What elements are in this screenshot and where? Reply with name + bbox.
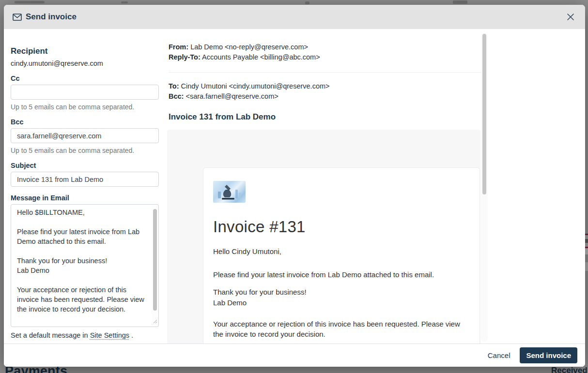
send-invoice-button[interactable]: Send invoice <box>520 347 577 363</box>
close-icon[interactable] <box>565 11 576 23</box>
backdrop-text-smudge <box>305 1 309 4</box>
email-body-line: Lab Demo <box>213 298 465 308</box>
cc-input[interactable] <box>11 85 159 100</box>
send-invoice-modal: Send invoice Recipient cindy.umutoni@qre… <box>4 5 585 367</box>
invoice-email-form: Recipient cindy.umutoni@qreserve.com Cc … <box>11 29 159 353</box>
modal-scrollbar[interactable] <box>481 33 488 342</box>
backdrop-table-row <box>585 248 588 254</box>
cc-label: Cc <box>11 75 159 82</box>
recipient-heading: Recipient <box>11 46 159 56</box>
from-value: Lab Demo <no-reply@qreserve.com> <box>190 43 308 51</box>
default-message-line: Set a default message in Site Settings . <box>11 331 159 339</box>
envelope-icon <box>13 14 22 21</box>
backdrop-received-label: Received <box>551 366 588 373</box>
preview-replyto-line: Reply-To: Accounts Payable <billing@abc.… <box>169 52 482 62</box>
modal-scrollbar-thumb[interactable] <box>482 34 486 194</box>
email-preview-box: Invoice #131 Hello Cindy Umutoni, Please… <box>167 130 480 344</box>
email-body-line: Please find your latest invoice from Lab… <box>213 269 465 280</box>
textarea-scrollbar-thumb[interactable] <box>153 209 157 311</box>
backdrop-text-smudge <box>453 0 467 4</box>
from-label: From: <box>169 43 188 51</box>
email-card: Invoice #131 Hello Cindy Umutoni, Please… <box>203 167 480 344</box>
bcc-preview-label: Bcc: <box>169 92 184 100</box>
preview-to-line: To: Cindy Umutoni <cindy.umutoni@qreserv… <box>169 81 482 91</box>
microscope-image <box>213 181 246 203</box>
bcc-label: Bcc <box>11 118 159 126</box>
cancel-button[interactable]: Cancel <box>488 351 511 359</box>
modal-title: Send invoice <box>13 12 77 22</box>
preview-subject-heading: Invoice 131 from Lab Demo <box>169 112 482 122</box>
backdrop-text-smudge <box>15 1 45 3</box>
replyto-label: Reply-To: <box>169 53 201 61</box>
to-label: To: <box>169 82 179 90</box>
message-textarea[interactable]: Hello $BILLTONAME, Please find your late… <box>11 204 159 327</box>
replyto-value: Accounts Payable <billing@abc.com> <box>202 53 320 61</box>
to-value: Cindy Umutoni <cindy.umutoni@qreserve.co… <box>181 82 330 90</box>
message-textarea-wrap: Hello $BILLTONAME, Please find your late… <box>11 204 159 327</box>
backdrop-table-row <box>585 235 588 247</box>
email-preview-panel: From: Lab Demo <no-reply@qreserve.com> R… <box>169 29 482 344</box>
preview-bcc-line: Bcc: <sara.farnell@qreserve.com> <box>169 91 482 102</box>
bcc-help-text: Up to 5 emails can be comma separated. <box>11 147 159 154</box>
cc-help-text: Up to 5 emails can be comma separated. <box>11 103 159 111</box>
default-message-prefix: Set a default message in <box>11 331 90 339</box>
resize-handle-icon[interactable] <box>153 317 157 326</box>
backdrop-table-row <box>585 262 588 271</box>
preview-from-block: From: Lab Demo <no-reply@qreserve.com> R… <box>169 42 482 62</box>
site-settings-link[interactable]: Site Settings <box>90 331 129 339</box>
modal-body: Recipient cindy.umutoni@qreserve.com Cc … <box>4 29 585 343</box>
preview-from-line: From: Lab Demo <no-reply@qreserve.com> <box>169 42 482 52</box>
email-greeting: Hello Cindy Umutoni, <box>213 246 465 256</box>
preview-to-block: To: Cindy Umutoni <cindy.umutoni@qreserv… <box>169 81 482 102</box>
email-invoice-heading: Invoice #131 <box>213 218 470 236</box>
email-body-line: Thank you for your business! <box>213 287 465 297</box>
bcc-preview-value: <sara.farnell@qreserve.com> <box>186 92 278 100</box>
subject-label: Subject <box>11 162 159 169</box>
backdrop-text-smudge <box>121 1 128 3</box>
message-label: Message in Email <box>11 194 159 202</box>
recipient-email: cindy.umutoni@qreserve.com <box>11 60 159 67</box>
modal-footer: Cancel Send invoice <box>4 343 585 367</box>
email-body-line: Your acceptance or rejection of this inv… <box>213 319 465 339</box>
default-message-suffix: . <box>129 331 133 339</box>
preview-divider <box>169 72 482 73</box>
modal-header: Send invoice <box>4 5 585 29</box>
textarea-scrollbar[interactable] <box>152 205 158 326</box>
subject-input[interactable] <box>11 172 159 187</box>
bcc-input[interactable] <box>11 128 159 143</box>
modal-title-text: Send invoice <box>26 12 77 22</box>
